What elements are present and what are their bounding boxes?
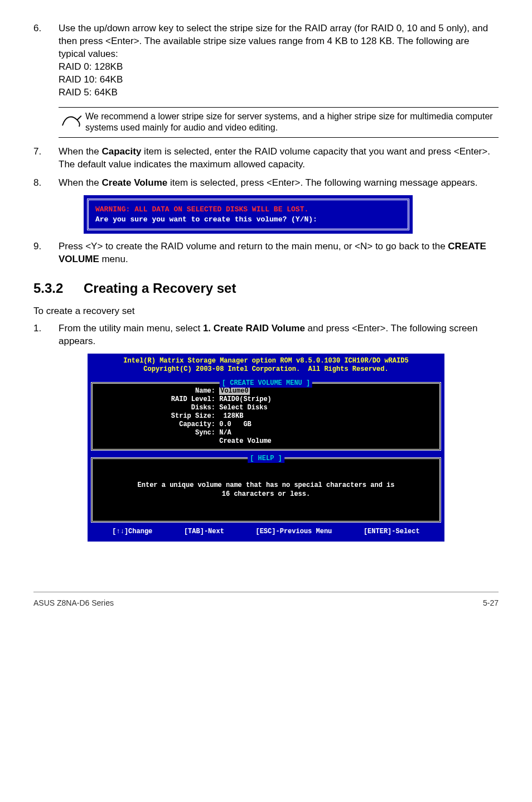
intro-text: To create a recovery set [33,305,499,318]
raid-level-label: RAID Level: [98,395,215,404]
step7-pre: When the [59,146,102,157]
footer-next: [TAB]-Next [184,527,224,536]
note-icon [59,113,85,132]
note-callout: We recommend a lower stripe size for ser… [59,107,499,138]
step6-text: Use the up/down arrow key to select the … [59,23,488,59]
section-title: Creating a Recovery set [84,281,236,296]
step-body: From the utility main menu, select 1. Cr… [59,322,499,348]
step-number: 1. [33,322,59,348]
step-body: When the Create Volume item is selected,… [59,177,499,190]
step8-post: item is selected, press <Enter>. The fol… [167,177,477,188]
raid-level-value: RAID0(Stripe) [219,395,272,403]
step-number: 6. [33,22,59,99]
step9-post: menu. [99,254,128,264]
step8-bold: Create Volume [102,177,168,188]
strip-size-label: Strip Size: [98,412,215,421]
note-text: We recommend a lower stripe size for ser… [85,111,499,134]
step-6: 6. Use the up/down arrow key to select t… [33,22,499,99]
footer-select: [ENTER]-Select [364,527,420,536]
step-number: 9. [33,240,59,266]
capacity-label: Capacity: [98,421,215,429]
menu-title: [ CREATE VOLUME MENU ] [220,379,312,388]
footer-change: [↑↓]Change [112,527,152,536]
util-header2: Copyright(C) 2003-08 Intel Corporation. … [143,365,388,373]
footer-right: 5-27 [483,598,499,608]
step7-bold: Capacity [102,146,142,157]
bios-utility-screen: Intel(R) Matrix Storage Manager option R… [88,354,444,542]
step1-pre: From the utility main menu, select [59,323,203,334]
sync-label: Sync: [98,429,215,437]
create-volume-action: Create Volume [219,437,272,445]
help-line1: Enter a unique volume name that has no s… [138,481,395,489]
name-label: Name: [98,387,215,395]
footer-left: ASUS Z8NA-D6 Series [33,598,114,608]
disks-value: Select Disks [219,404,267,412]
warning-inner: WARNING: ALL DATA ON SELECTED DISKS WILL… [87,199,409,230]
step-9: 9. Press <Y> to create the RAID volume a… [33,240,499,266]
warning-line2: Are you sure you want to create this vol… [95,215,401,225]
step-1: 1. From the utility main menu, select 1.… [33,322,499,348]
step6-raid0: RAID 0: 128KB [59,61,499,74]
sync-value: N/A [219,429,231,437]
help-title: [ HELP ] [248,454,284,463]
step6-raid5: RAID 5: 64KB [59,86,499,99]
capacity-value: 0.0 GB [219,421,252,428]
step-body: Use the up/down arrow key to select the … [59,22,499,99]
page-footer: ASUS Z8NA-D6 Series 5-27 [33,592,499,608]
section-number: 5.3.2 [33,279,84,297]
footer-prev: [ESC]-Previous Menu [255,527,332,536]
warning-line1: WARNING: ALL DATA ON SELECTED DISKS WILL… [95,205,401,215]
step-number: 8. [33,177,59,190]
step-7: 7. When the Capacity item is selected, e… [33,146,499,171]
step8-pre: When the [59,177,102,188]
name-value: Volume0 [219,387,249,395]
step-body: When the Capacity item is selected, ente… [59,146,499,171]
section-heading: 5.3.2Creating a Recovery set [33,279,499,297]
help-panel: [ HELP ] Enter a unique volume name that… [91,457,441,523]
step1-bold: 1. Create RAID Volume [203,323,305,334]
step6-raid10: RAID 10: 64KB [59,74,499,86]
strip-size-value: 128KB [219,412,243,420]
step-number: 7. [33,146,59,171]
step-body: Press <Y> to create the RAID volume and … [59,240,499,266]
utility-header: Intel(R) Matrix Storage Manager option R… [91,356,441,376]
utility-footer: [↑↓]Change [TAB]-Next [ESC]-Previous Men… [91,523,441,536]
warning-dialog: WARNING: ALL DATA ON SELECTED DISKS WILL… [84,195,413,234]
create-volume-menu: [ CREATE VOLUME MENU ] Name: Volume0 RAI… [91,382,441,451]
disks-label: Disks: [98,404,215,412]
help-line2: 16 characters or less. [222,490,310,498]
step-8: 8. When the Create Volume item is select… [33,177,499,190]
util-header1: Intel(R) Matrix Storage Manager option R… [123,357,408,365]
step9-pre: Press <Y> to create the RAID volume and … [59,241,448,252]
